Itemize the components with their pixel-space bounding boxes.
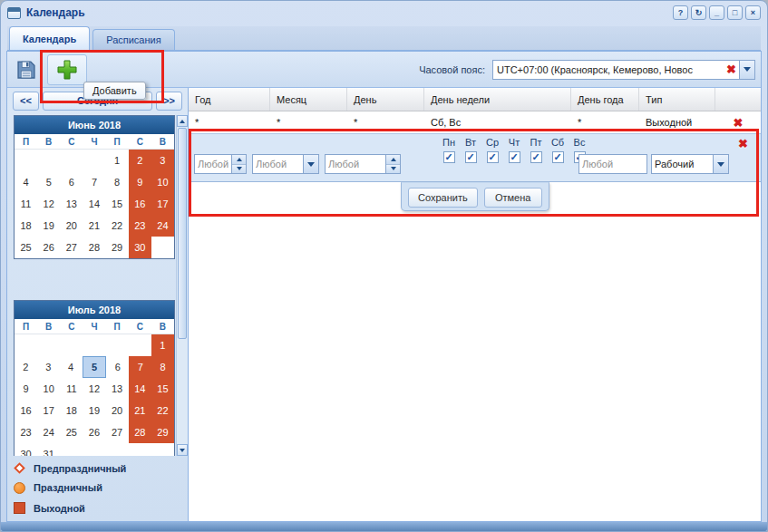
timezone-combobox[interactable]: UTC+07:00 (Красноярск, Кемерово, Новос ✖	[492, 60, 755, 80]
tab-calendar[interactable]: Календарь	[9, 26, 90, 50]
day-cell[interactable]: 13	[60, 193, 83, 215]
day-cell[interactable]: 10	[37, 378, 60, 400]
delete-row-button[interactable]: ✖	[734, 117, 744, 129]
day-cell[interactable]: 9	[15, 378, 37, 400]
type-input[interactable]	[652, 155, 713, 173]
day-cell[interactable]: 3	[151, 150, 174, 171]
save-button[interactable]	[13, 56, 40, 83]
refresh-button[interactable]: ↻	[691, 5, 706, 20]
month-dropdown-button[interactable]	[303, 155, 318, 173]
day-spin-up-button[interactable]	[386, 155, 400, 165]
day-cell[interactable]: 26	[83, 421, 105, 443]
day-cell[interactable]: 17	[37, 400, 60, 421]
day-cell[interactable]: 14	[129, 378, 151, 400]
day-cell[interactable]: 28	[129, 421, 151, 443]
day-cell[interactable]: 8	[151, 356, 174, 378]
day-cell[interactable]: 15	[106, 193, 129, 215]
prev-month-button[interactable]: <<	[13, 92, 39, 111]
day-cell[interactable]: 6	[106, 356, 129, 378]
scroll-up-button[interactable]	[177, 115, 188, 127]
help-button[interactable]: ?	[673, 5, 688, 20]
table-row[interactable]: ***Сб, Вс*Выходной✖	[189, 111, 761, 133]
delete-editing-row-button[interactable]: ✖	[738, 138, 748, 150]
day-cell[interactable]: 5	[83, 356, 107, 378]
type-dropdown-button[interactable]	[713, 155, 728, 173]
day-cell[interactable]: 26	[37, 237, 60, 258]
day-cell[interactable]: 29	[106, 237, 129, 258]
cancel-row-button[interactable]: Отмена	[484, 188, 542, 208]
titlebar[interactable]: Календарь ? ↻ _ □ ×	[1, 1, 767, 24]
column-header-year[interactable]: Год	[189, 88, 270, 111]
day-cell[interactable]: 4	[15, 171, 37, 193]
day-cell[interactable]: 2	[129, 150, 151, 171]
column-header-type[interactable]: Тип	[639, 88, 715, 111]
weekday-checkbox-2[interactable]: ✓	[487, 151, 499, 163]
day-cell[interactable]: 8	[106, 171, 129, 193]
day-cell[interactable]: 31	[37, 443, 60, 456]
day-cell[interactable]: 24	[151, 215, 174, 237]
day-cell[interactable]: 16	[15, 400, 37, 421]
day-cell[interactable]: 7	[129, 356, 151, 378]
column-header-month[interactable]: Месяц	[270, 88, 347, 111]
day-cell[interactable]: 30	[15, 443, 37, 456]
day-cell[interactable]: 29	[151, 421, 174, 443]
day-cell[interactable]: 25	[60, 421, 83, 443]
day-cell[interactable]: 21	[129, 400, 151, 421]
day-cell[interactable]: 3	[37, 356, 60, 378]
add-button[interactable]	[47, 54, 87, 85]
day-cell[interactable]: 4	[60, 356, 83, 378]
day-cell[interactable]: 27	[60, 237, 83, 258]
day-cell[interactable]: 2	[15, 356, 37, 378]
year-input[interactable]	[195, 155, 231, 173]
day-cell[interactable]: 20	[60, 215, 83, 237]
day-cell[interactable]: 18	[15, 215, 37, 237]
day-cell[interactable]: 21	[83, 215, 105, 237]
day-of-year-input[interactable]	[579, 155, 646, 173]
day-cell[interactable]: 20	[106, 400, 129, 421]
close-button[interactable]: ×	[745, 5, 761, 20]
day-cell[interactable]: 23	[129, 215, 151, 237]
day-input[interactable]	[326, 155, 385, 173]
day-cell[interactable]: 10	[151, 171, 174, 193]
weekday-checkbox-0[interactable]: ✓	[443, 151, 455, 163]
column-header-weekday[interactable]: День недели	[424, 88, 571, 111]
day-cell[interactable]: 7	[83, 171, 105, 193]
day-cell[interactable]: 12	[37, 193, 60, 215]
year-spin-down-button[interactable]	[232, 165, 246, 174]
day-cell[interactable]: 27	[106, 421, 129, 443]
day-cell[interactable]: 17	[151, 193, 174, 215]
save-row-button[interactable]: Сохранить	[408, 188, 478, 208]
column-header-day[interactable]: День	[347, 88, 424, 111]
column-header-yearday[interactable]: День года	[571, 88, 639, 111]
weekday-checkbox-3[interactable]: ✓	[509, 151, 520, 163]
tab-schedules[interactable]: Расписания	[92, 29, 174, 50]
day-cell[interactable]: 23	[15, 421, 37, 443]
weekday-checkbox-1[interactable]: ✓	[465, 151, 477, 163]
day-cell[interactable]: 25	[15, 237, 37, 258]
month-input[interactable]	[253, 155, 303, 173]
day-cell[interactable]: 11	[15, 193, 37, 215]
day-cell[interactable]: 28	[83, 237, 105, 258]
scrollbar-thumb[interactable]	[178, 128, 187, 339]
day-cell[interactable]: 13	[106, 378, 129, 400]
timezone-clear-icon[interactable]: ✖	[726, 63, 736, 75]
day-cell[interactable]: 12	[83, 378, 105, 400]
day-spin-down-button[interactable]	[386, 165, 400, 174]
day-cell[interactable]: 22	[106, 215, 129, 237]
day-cell[interactable]: 30	[129, 237, 151, 258]
day-cell[interactable]: 11	[60, 378, 83, 400]
day-cell[interactable]: 22	[151, 400, 174, 421]
timezone-dropdown-button[interactable]	[739, 61, 754, 79]
minimize-button[interactable]: _	[709, 5, 724, 20]
weekday-checkbox-5[interactable]: ✓	[552, 151, 564, 163]
day-cell[interactable]: 18	[60, 400, 83, 421]
day-cell[interactable]: 1	[106, 150, 129, 171]
scroll-down-button[interactable]	[177, 444, 188, 456]
maximize-button[interactable]: □	[727, 5, 743, 20]
calendar-scrollbar[interactable]	[176, 115, 188, 456]
next-month-button[interactable]: >>	[156, 92, 182, 111]
day-cell[interactable]: 5	[37, 171, 60, 193]
day-cell[interactable]: 19	[37, 215, 60, 237]
day-cell[interactable]: 6	[60, 171, 83, 193]
day-cell[interactable]: 16	[129, 193, 151, 215]
